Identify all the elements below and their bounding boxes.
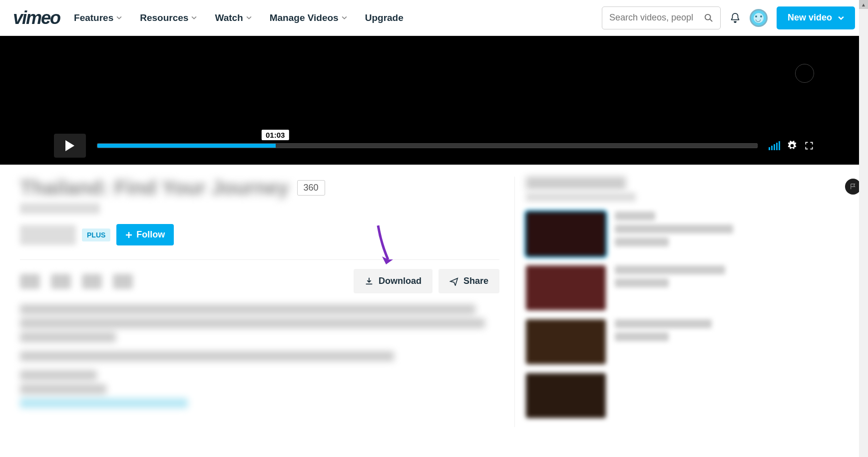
right-actions: Download Share [354,269,499,293]
plus-badge: PLUS [82,228,110,241]
related-video-item[interactable] [526,212,749,256]
related-video-text [615,319,749,364]
download-button[interactable]: Download [354,269,433,293]
nav-features-label: Features [74,12,113,23]
search-icon[interactable] [704,13,713,22]
avatar-face-icon [754,13,764,23]
play-icon [65,140,74,151]
related-video-text [615,373,749,418]
nav-resources-label: Resources [140,12,188,23]
reaction-buttons[interactable] [20,274,133,289]
follow-label: Follow [136,229,165,240]
svg-line-1 [710,19,713,21]
svg-point-0 [705,14,711,19]
sidebar [514,177,749,427]
chevron-down-icon [838,16,844,20]
scroll-up-icon[interactable]: ▲ [859,0,868,9]
actions-row: Download Share [20,269,499,293]
search-input[interactable] [609,12,704,23]
related-video-item[interactable] [526,373,749,418]
related-video-text [615,265,749,310]
video-meta [20,203,100,214]
video-title: Thailand: Find Your Journey [20,177,289,199]
search-box[interactable] [602,6,721,29]
video-thumbnail[interactable] [526,265,606,310]
title-row: Thailand: Find Your Journey 360 [20,177,499,199]
video-thumbnail[interactable] [526,212,606,256]
flag-icon [850,183,857,190]
chevron-down-icon [116,15,122,20]
video-thumbnail[interactable] [526,373,606,418]
player-controls: 01:03 [54,134,814,158]
fullscreen-icon[interactable] [804,141,814,151]
nav-resources[interactable]: Resources [140,12,197,23]
player-overlay-circle [795,64,814,83]
related-video-text [615,212,749,256]
nav-manage-videos[interactable]: Manage Videos [270,12,347,23]
video-description [20,304,499,408]
new-video-label: New video [788,12,832,23]
progress-wrap[interactable]: 01:03 [97,143,758,148]
scrollbar[interactable]: ▲ [859,0,868,439]
badge-360: 360 [297,180,325,196]
share-label: Share [463,276,488,286]
avatar[interactable] [750,9,768,27]
related-video-item[interactable] [526,265,749,310]
vimeo-logo[interactable]: vimeo [13,7,60,28]
main-column: Thailand: Find Your Journey 360 PLUS Fol… [20,177,499,427]
nav-manage-label: Manage Videos [270,12,339,23]
volume-icon[interactable] [769,141,780,150]
player-right-icons [769,141,814,151]
play-button[interactable] [54,134,86,158]
chevron-down-icon [246,15,252,20]
author-row: PLUS Follow [20,224,499,245]
header: vimeo Features Resources Watch Manage Vi… [0,0,868,36]
nav-upgrade[interactable]: Upgrade [365,12,404,23]
plus-icon [125,231,132,238]
bell-icon[interactable] [730,12,741,23]
download-icon [365,277,374,286]
content: Thailand: Find Your Journey 360 PLUS Fol… [0,165,868,439]
video-thumbnail[interactable] [526,319,606,364]
nav-features[interactable]: Features [74,12,122,23]
share-icon [449,277,458,286]
nav-watch-label: Watch [215,12,243,23]
share-button[interactable]: Share [438,269,499,293]
nav-watch[interactable]: Watch [215,12,251,23]
gear-icon[interactable] [787,141,797,151]
new-video-button[interactable]: New video [777,6,855,29]
author-name[interactable] [20,225,76,245]
video-player[interactable]: 01:03 [0,36,868,165]
time-tooltip: 01:03 [262,130,289,140]
main-nav: Features Resources Watch Manage Videos U… [74,12,602,23]
related-video-item[interactable] [526,319,749,364]
follow-button[interactable]: Follow [116,224,174,245]
nav-upgrade-label: Upgrade [365,12,404,23]
progress-fill [97,144,276,148]
download-label: Download [379,276,422,286]
chevron-down-icon [342,15,347,20]
divider [20,259,499,260]
sidebar-title [526,177,626,190]
sidebar-subtitle [526,193,636,202]
progress-bar[interactable] [97,143,758,148]
chevron-down-icon [191,15,197,20]
header-right: New video [602,6,855,29]
